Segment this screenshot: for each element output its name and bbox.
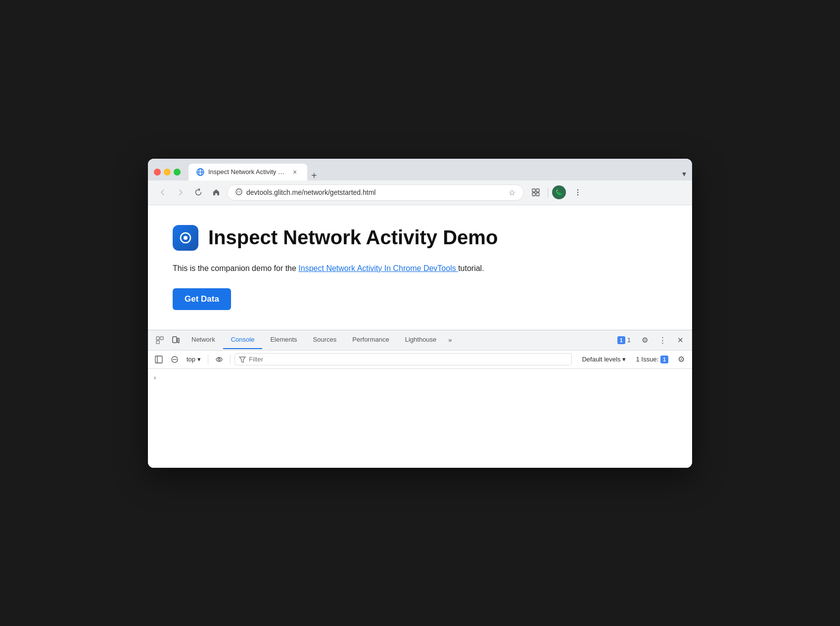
tab-bar: Inspect Network Activity Dem × + ▾ (188, 164, 686, 180)
devtools-toolbar-right: 1 1 ⚙ ⋮ ✕ (613, 330, 688, 350)
tab-favicon (196, 168, 204, 176)
inspect-element-button[interactable] (152, 330, 168, 350)
svg-point-10 (577, 192, 579, 193)
tab-bar-right: ▾ (682, 169, 686, 180)
tab-lighthouse[interactable]: Lighthouse (397, 331, 445, 349)
svg-point-11 (577, 194, 579, 196)
context-arrow-icon: ▾ (197, 356, 201, 363)
tab-elements[interactable]: Elements (262, 331, 305, 349)
svg-point-3 (236, 189, 242, 195)
console-sidebar-button[interactable] (152, 353, 166, 366)
console-expander[interactable]: › (152, 373, 158, 382)
maximize-window-button[interactable] (174, 169, 181, 176)
devtools-tabs: Network Console Elements Sources Perform… (184, 331, 613, 349)
context-selector[interactable]: top ▾ (184, 354, 204, 365)
context-label: top (187, 356, 195, 363)
svg-point-14 (184, 236, 187, 240)
get-data-button[interactable]: Get Data (173, 288, 231, 310)
home-button[interactable] (209, 185, 223, 199)
devtools-settings-button[interactable]: ⚙ (637, 330, 653, 350)
console-eye-button[interactable] (212, 353, 226, 366)
back-button[interactable] (156, 185, 170, 199)
chrome-menu-button[interactable] (570, 184, 586, 200)
tab-dropdown-button[interactable]: ▾ (682, 169, 686, 179)
issue-label: 1 Issue: (636, 356, 658, 363)
page-content: Inspect Network Activity Demo This is th… (148, 205, 692, 330)
new-tab-button[interactable]: + (307, 171, 321, 180)
reload-button[interactable] (191, 185, 205, 199)
svg-rect-7 (532, 193, 535, 196)
svg-point-9 (577, 189, 579, 191)
console-settings-button[interactable]: ⚙ (674, 353, 688, 366)
svg-rect-18 (173, 337, 177, 343)
console-toolbar-divider (208, 355, 208, 364)
svg-marker-26 (239, 357, 245, 362)
svg-rect-17 (156, 341, 159, 344)
default-levels-label: Default levels (582, 356, 620, 363)
extensions-button[interactable] (528, 184, 544, 200)
profile-avatar[interactable]: 🦕 (552, 185, 566, 199)
console-issue-count[interactable]: 1 Issue: 1 (632, 354, 672, 365)
bookmark-icon[interactable]: ☆ (509, 188, 515, 197)
page-header: Inspect Network Activity Demo (173, 225, 667, 251)
issues-button[interactable]: 1 1 (613, 334, 635, 346)
devtools-toolbar: Network Console Elements Sources Perform… (148, 330, 692, 351)
filter-input[interactable] (249, 356, 567, 363)
console-issue-badge: 1 (660, 356, 668, 363)
svg-rect-5 (532, 189, 535, 192)
description-pre: This is the companion demo for the (173, 264, 298, 272)
svg-point-24 (216, 358, 222, 361)
issues-badge-icon: 1 (617, 336, 625, 344)
tutorial-link[interactable]: Inspect Network Activity In Chrome DevTo… (298, 264, 458, 272)
address-bar-right: 🦕 (528, 184, 586, 200)
chrome-devtools-logo (173, 225, 198, 251)
more-tabs-button[interactable]: » (444, 331, 456, 349)
svg-rect-20 (155, 356, 162, 363)
svg-rect-8 (536, 193, 539, 196)
close-window-button[interactable] (154, 169, 161, 176)
levels-arrow-icon: ▾ (622, 356, 626, 363)
toolbar-divider (548, 187, 548, 197)
devtools-panel: Network Console Elements Sources Perform… (148, 330, 692, 468)
tab-close-button[interactable]: × (290, 168, 299, 177)
active-tab[interactable]: Inspect Network Activity Dem × (188, 164, 307, 180)
console-clear-button[interactable] (168, 353, 182, 366)
tab-console[interactable]: Console (223, 331, 263, 349)
filter-icon (239, 356, 246, 363)
url-text: devtools.glitch.me/network/getstarted.ht… (246, 188, 505, 196)
console-filter-divider (230, 355, 231, 364)
svg-rect-15 (156, 337, 159, 340)
page-title: Inspect Network Activity Demo (208, 226, 498, 249)
browser-window: Inspect Network Activity Dem × + ▾ devto (148, 159, 692, 468)
description-post: tutorial. (458, 264, 484, 272)
tab-sources[interactable]: Sources (305, 331, 345, 349)
svg-rect-19 (178, 338, 179, 343)
svg-rect-16 (160, 337, 163, 340)
console-toolbar-right: Default levels ▾ 1 Issue: 1 ⚙ (578, 353, 688, 366)
tab-title: Inspect Network Activity Dem (208, 168, 286, 176)
console-toolbar: top ▾ Default levels ▾ 1 Issue: (148, 351, 692, 369)
title-bar: Inspect Network Activity Dem × + ▾ (148, 159, 692, 180)
svg-point-25 (218, 358, 220, 360)
svg-rect-6 (536, 189, 539, 192)
filter-bar[interactable] (234, 353, 572, 365)
traffic-lights (154, 169, 181, 176)
url-bar[interactable]: devtools.glitch.me/network/getstarted.ht… (227, 184, 524, 201)
security-icon (235, 188, 242, 197)
console-content: › (148, 369, 692, 468)
tab-network[interactable]: Network (184, 331, 223, 349)
minimize-window-button[interactable] (164, 169, 171, 176)
address-bar: devtools.glitch.me/network/getstarted.ht… (148, 180, 692, 205)
default-levels-selector[interactable]: Default levels ▾ (578, 354, 630, 365)
devtools-close-button[interactable]: ✕ (672, 330, 688, 350)
forward-button[interactable] (174, 185, 187, 199)
devtools-more-button[interactable]: ⋮ (654, 330, 670, 350)
device-toolbar-button[interactable] (168, 330, 184, 350)
tab-performance[interactable]: Performance (344, 331, 397, 349)
page-description: This is the companion demo for the Inspe… (173, 263, 667, 274)
